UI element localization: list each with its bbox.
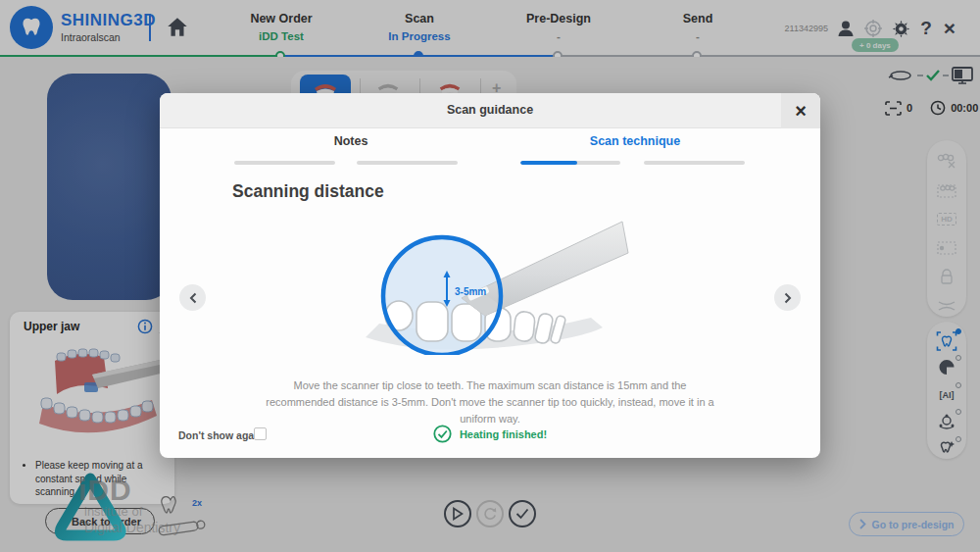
close-app-button[interactable]: × — [939, 18, 960, 39]
remove-soft-tissue-button[interactable] — [935, 357, 958, 377]
bite-check-button[interactable] — [935, 295, 958, 317]
tab-scan-technique[interactable]: Scan technique — [552, 134, 718, 148]
step-new-order[interactable]: New Order iDD Test — [213, 12, 350, 42]
question-icon: ? — [920, 18, 932, 39]
dont-show-again-checkbox[interactable] — [254, 427, 267, 440]
close-icon: × — [944, 17, 956, 40]
chevron-left-icon — [189, 292, 197, 304]
shining3d-logo — [10, 6, 53, 49]
step-scan[interactable]: Scan In Progress — [351, 12, 488, 42]
hd-mode-button[interactable]: HD — [935, 208, 958, 229]
brand-subtitle: Intraoralscan — [61, 31, 156, 43]
scan-counters: 0 00:00 — [885, 100, 978, 116]
active-dot — [956, 328, 961, 334]
user-icon — [836, 19, 856, 38]
step-status: - — [629, 30, 766, 42]
header-divider — [149, 14, 151, 41]
status-connector — [917, 75, 923, 76]
user-button[interactable] — [835, 18, 857, 39]
check-icon — [926, 70, 940, 81]
watermark-speed-label: 2x — [192, 498, 202, 508]
scan-count: 0 — [906, 102, 912, 114]
marker-scan-button[interactable] — [935, 237, 958, 259]
camera-preview — [47, 74, 172, 300]
model-count-icon — [885, 101, 902, 116]
modal-close-button[interactable]: × — [781, 93, 820, 128]
step-pre-design[interactable]: Pre-Design - — [490, 12, 627, 42]
step-send[interactable]: Send - — [629, 12, 766, 42]
clock-icon — [930, 100, 946, 116]
teeth-x-icon — [936, 152, 957, 170]
watermark-idd: iDD — [78, 474, 132, 507]
tooth-eraser-icon — [937, 359, 956, 376]
info-icon — [137, 319, 153, 334]
rescan-button[interactable] — [476, 500, 504, 527]
occlusion-arcs-icon — [936, 298, 957, 314]
tool-badge — [956, 436, 961, 442]
teeth-frame-icon — [936, 181, 957, 199]
lock-data-button[interactable] — [935, 267, 958, 288]
brand-name: SHINING3D — [61, 11, 156, 30]
ai-tools-toolbar: [AI] — [927, 322, 966, 459]
home-icon — [165, 15, 190, 40]
close-icon: × — [795, 100, 807, 123]
watermark-scanner-art — [149, 488, 214, 539]
step-status: - — [490, 30, 627, 42]
guide-progress-bar — [234, 161, 335, 165]
texture-scan-button[interactable] — [935, 150, 958, 172]
home-button[interactable] — [165, 15, 190, 40]
play-icon — [452, 507, 464, 521]
user-id: 211342995 — [764, 24, 828, 33]
hd-icon: HD — [937, 213, 956, 226]
calibration-button[interactable] — [862, 18, 884, 39]
distance-label: 3-5mm — [455, 286, 486, 297]
watermark-line1: institute of — [84, 504, 142, 519]
ai-scan-button[interactable]: [AI] — [935, 384, 958, 405]
step-status: iDD Test — [213, 30, 350, 42]
scan-settings-toolbar: HD — [927, 140, 966, 317]
guide-progress-bar — [644, 161, 745, 165]
step-label: Scan — [351, 12, 488, 25]
partial-scan-button[interactable] — [935, 179, 958, 201]
step-label: Send — [629, 12, 766, 25]
scanner-icon — [887, 69, 914, 82]
dot-frame-icon — [936, 240, 957, 256]
help-button[interactable]: ? — [915, 18, 937, 39]
auto-refine-button[interactable] — [935, 330, 958, 351]
dont-show-again-label: Don't show again — [178, 429, 264, 441]
guide-description: Move the scanner tip close to teeth. The… — [265, 377, 715, 427]
heating-status: Heating finished! — [392, 425, 588, 443]
finish-scan-button[interactable] — [509, 500, 536, 527]
go-to-pre-design-button[interactable]: Go to pre-design — [849, 512, 964, 536]
next-guide-button[interactable] — [774, 284, 801, 311]
ai-icon: [AI] — [940, 390, 955, 400]
connection-status — [887, 67, 973, 84]
days-badge: + 0 days — [852, 38, 899, 52]
tooth-logo-icon — [19, 16, 44, 39]
chevron-right-icon — [784, 292, 792, 304]
settings-button[interactable] — [890, 18, 911, 39]
info-button[interactable] — [137, 319, 153, 338]
post-process-button[interactable] — [935, 411, 958, 431]
tab-notes[interactable]: Notes — [277, 134, 424, 148]
check-circle-icon — [433, 425, 452, 443]
atom-icon — [937, 413, 956, 430]
step-status: In Progress — [351, 30, 488, 42]
status-connector — [943, 75, 949, 76]
gear-icon — [891, 19, 911, 39]
go-to-pre-design-label: Go to pre-design — [872, 519, 955, 530]
tooth-enhance-button[interactable] — [935, 438, 958, 459]
check-icon — [515, 508, 529, 520]
chevron-right-icon — [859, 519, 866, 529]
heating-finished-label: Heating finished! — [460, 428, 547, 440]
lock-icon — [939, 269, 955, 286]
scanning-distance-illustration: 3-5mm — [356, 208, 635, 355]
monitor-icon — [952, 67, 973, 84]
start-scan-button[interactable] — [444, 500, 471, 527]
jaw-scan-illustration — [27, 343, 165, 451]
step-label: Pre-Design — [490, 12, 627, 25]
guide-progress-bar — [357, 161, 458, 165]
prev-guide-button[interactable] — [179, 284, 206, 311]
brand-block: SHINING3D Intraoralscan — [61, 11, 156, 43]
scan-timer: 00:00 — [951, 102, 978, 114]
